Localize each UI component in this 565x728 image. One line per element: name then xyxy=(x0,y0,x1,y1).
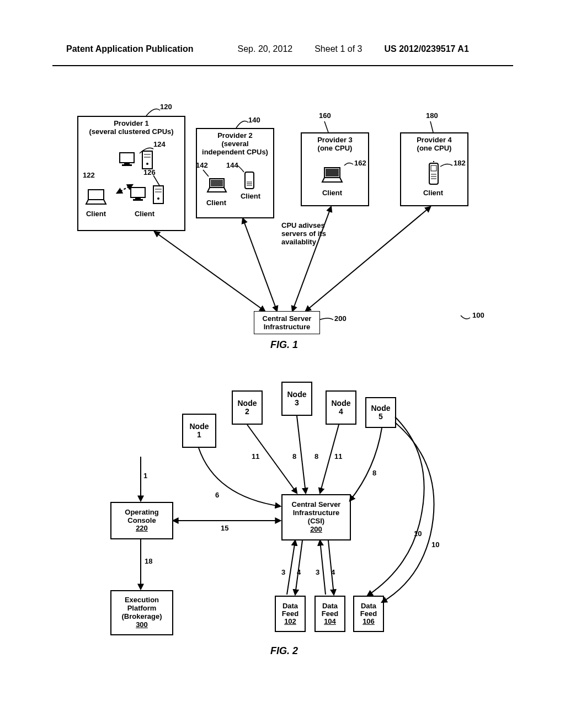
handheld-icon xyxy=(243,170,256,191)
feed2-ref: 104 xyxy=(324,618,336,625)
provider-4-title: Provider 4 xyxy=(401,136,467,144)
node-2: Node 2 xyxy=(232,390,263,425)
provider-1-sub: (several clustered CPUs) xyxy=(78,127,184,136)
ref-144: 144 xyxy=(226,161,238,169)
client-label: Client xyxy=(83,210,109,218)
ref-142: 142 xyxy=(196,161,208,169)
svg-rect-3 xyxy=(142,151,152,169)
edge-11b: 11 xyxy=(334,452,342,461)
cpu-advise-l3: availablity xyxy=(281,238,326,247)
node-1: Node 1 xyxy=(182,414,216,448)
svg-rect-24 xyxy=(326,169,339,176)
csi-ref: 200 xyxy=(310,526,322,534)
publication-type: Patent Application Publication xyxy=(66,44,194,54)
ref-126: 126 xyxy=(143,168,156,176)
edge-15: 15 xyxy=(221,524,228,532)
svg-rect-7 xyxy=(88,190,104,200)
client-label: Client xyxy=(203,199,230,207)
edge-4b: 4 xyxy=(331,568,335,576)
fig2-caption: FIG. 2 xyxy=(270,645,298,657)
feed1-l2: Feed xyxy=(282,610,299,618)
svg-rect-17 xyxy=(211,180,223,186)
feed1-l1: Data xyxy=(282,602,298,610)
operating-console-box: Operating Console 220 xyxy=(110,502,173,539)
cpu-advise-note: CPU adivses servers of its availablity xyxy=(281,222,326,247)
ep-l2: Platform xyxy=(127,604,157,613)
csi-box: Central Server Infrastructure (CSI) 200 xyxy=(281,494,351,540)
laptop-icon xyxy=(320,165,344,185)
ref-180: 180 xyxy=(426,111,438,120)
svg-rect-26 xyxy=(429,163,438,184)
provider-2-sub1: (several xyxy=(197,140,273,148)
edge-8a: 8 xyxy=(292,452,296,461)
publication-date: Sep. 20, 2012 xyxy=(238,44,293,54)
ref-162: 162 xyxy=(354,159,366,167)
svg-rect-1 xyxy=(124,163,130,164)
ref-182: 182 xyxy=(454,159,466,167)
central-server-l1: Central Server xyxy=(263,314,312,323)
svg-line-38 xyxy=(243,218,277,311)
provider-1-title: Provider 1 xyxy=(78,119,184,127)
svg-point-6 xyxy=(146,163,148,165)
ref-160: 160 xyxy=(319,111,331,120)
ep-l3: (Brokerage) xyxy=(122,613,162,621)
svg-rect-10 xyxy=(135,197,141,199)
svg-line-48 xyxy=(295,540,302,595)
svg-rect-0 xyxy=(120,153,134,163)
monitor-icon xyxy=(119,152,137,168)
ref-140: 140 xyxy=(248,116,260,124)
provider-2-title: Provider 2 xyxy=(197,131,273,140)
edge-10b: 10 xyxy=(431,540,439,549)
fig1-caption: FIG. 1 xyxy=(270,339,298,351)
sheet-indicator: Sheet 1 of 3 xyxy=(315,44,362,54)
header-rule xyxy=(52,65,513,66)
svg-rect-11 xyxy=(133,199,143,201)
figure-1: Provider 1 (several clustered CPUs) Clie… xyxy=(77,99,488,353)
laptop-icon xyxy=(84,188,108,207)
svg-rect-9 xyxy=(131,188,145,197)
svg-rect-12 xyxy=(153,186,163,204)
ref-100: 100 xyxy=(472,311,484,319)
laptop-icon xyxy=(205,176,228,195)
csi-l2: Infrastructure xyxy=(293,509,340,517)
edge-1: 1 xyxy=(143,472,147,480)
client-label: Client xyxy=(131,210,158,218)
edge-11a: 11 xyxy=(252,452,259,461)
oc-l2: Console xyxy=(127,517,156,525)
edge-3b: 3 xyxy=(316,568,319,576)
svg-rect-28 xyxy=(431,165,436,171)
provider-2-sub2: independent CPUs) xyxy=(197,148,273,156)
svg-rect-2 xyxy=(122,164,132,166)
edge-8b: 8 xyxy=(315,452,318,461)
feed3-l2: Feed xyxy=(360,610,377,618)
ref-200: 200 xyxy=(334,314,347,323)
execution-platform-box: Execution Platform (Brokerage) 300 xyxy=(110,590,173,635)
svg-line-47 xyxy=(287,540,295,595)
edge-10a: 10 xyxy=(414,529,422,538)
provider-3-sub: (one CPU) xyxy=(302,144,368,152)
ref-122: 122 xyxy=(83,171,95,179)
data-feed-106: Data Feed 106 xyxy=(353,596,384,632)
edge-4a: 4 xyxy=(297,568,301,576)
publication-number: US 2012/0239517 A1 xyxy=(384,44,468,54)
svg-line-49 xyxy=(320,540,326,595)
oc-ref: 220 xyxy=(136,524,148,533)
feed3-l1: Data xyxy=(361,602,376,610)
feed1-ref: 102 xyxy=(284,618,296,625)
svg-marker-25 xyxy=(322,178,342,182)
svg-line-32 xyxy=(324,121,328,132)
edge-8c: 8 xyxy=(372,469,376,477)
svg-line-45 xyxy=(297,416,306,493)
central-server-l2: Infrastructure xyxy=(264,323,311,331)
csi-l1: Central Server xyxy=(292,501,341,509)
tower-icon xyxy=(141,150,154,170)
monitor-icon xyxy=(130,186,148,203)
feed2-l1: Data xyxy=(322,602,338,610)
svg-marker-18 xyxy=(207,188,226,192)
cpu-advise-l1: CPU adivses xyxy=(281,222,326,230)
ep-l1: Execution xyxy=(125,596,159,604)
ep-ref: 300 xyxy=(136,621,148,629)
central-server-box: Central Server Infrastructure xyxy=(254,311,320,334)
node-5: Node 5 xyxy=(365,397,396,428)
csi-l3: (CSI) xyxy=(308,517,324,526)
